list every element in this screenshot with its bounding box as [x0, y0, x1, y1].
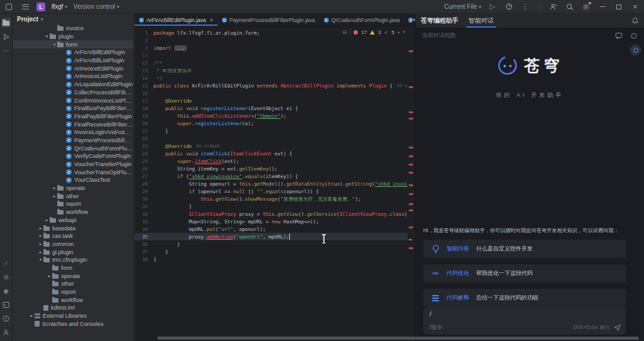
services-tool-icon[interactable]	[1, 327, 11, 337]
tree-item-invoice[interactable]: invoice	[13, 25, 133, 33]
code-line-25[interactable]: 25 super.itemClick(evt);	[135, 157, 408, 165]
tree-item-operate[interactable]: ▸operate	[13, 272, 133, 280]
code-line-17[interactable]: 17 @Override	[135, 97, 408, 104]
tree-item-kdtest-iml[interactable]: kdtest.iml	[13, 304, 133, 312]
error-stripe-mark[interactable]	[409, 50, 413, 52]
code-line-33[interactable]: 33 Map<String, String> mpURL = new HashM…	[135, 218, 408, 225]
code-line-28[interactable]: 28 String openurl = this.getModel().getD…	[135, 180, 408, 187]
code-line-2[interactable]: 2	[135, 36, 408, 44]
error-stripe-mark[interactable]	[409, 193, 413, 195]
project-avatar[interactable]: L	[36, 3, 45, 11]
tab-smart-chat[interactable]: 智能对话	[469, 14, 494, 28]
code-line-3[interactable]: 3import ...	[135, 44, 408, 52]
tree-item-form[interactable]: ▾form	[13, 40, 133, 48]
error-stripe-mark[interactable]	[409, 118, 413, 120]
code-line-23[interactable]: 23 @Override no usages	[135, 142, 408, 150]
error-stripe-mark[interactable]	[409, 164, 413, 165]
editor-tab-qrcodeauthformplugin-java[interactable]: CQrCodeAuthFormPlugin.java	[319, 14, 404, 26]
error-stripe-mark[interactable]	[409, 210, 413, 211]
code-line-12[interactable]: 12/**	[135, 59, 408, 67]
chevron-right-icon[interactable]: ▸	[47, 274, 52, 279]
tree-item-workflow[interactable]: workflow	[13, 208, 133, 216]
tree-item-gl-plugin[interactable]: ▸gl.plugin	[13, 248, 133, 256]
tree-item-basedata[interactable]: ▸basedata	[13, 224, 133, 232]
project-panel-header[interactable]: Project▾	[13, 14, 133, 25]
slash-command-label[interactable]: /指令	[430, 323, 443, 332]
error-stripe-mark[interactable]	[409, 226, 413, 228]
tree-item-form[interactable]: form	[13, 264, 133, 272]
code-line-13[interactable]: 13 * 申报发票操作	[135, 67, 408, 74]
tree-item-workflow[interactable]: workflow	[13, 296, 133, 304]
tree-item-paymentprocessbillfilterplugin[interactable]: CPaymentProcessBillFilterPlugin	[13, 137, 133, 145]
tree-item-confirminvoicelistplugin[interactable]: CConfirmInvoiceListPlugin	[13, 96, 133, 104]
code-line-30[interactable]: 30 this.getView().showMessage("发票链接为空，无法…	[135, 195, 408, 203]
new-chat-icon[interactable]	[615, 32, 623, 40]
caret-stripe-mark[interactable]	[409, 239, 412, 240]
chat-input[interactable]: / /指令 Shift+Enter 换行	[423, 307, 626, 335]
send-icon[interactable]	[614, 324, 621, 331]
highlight-level-icon[interactable]: ⊖	[342, 29, 347, 35]
error-stripe-mark[interactable]	[409, 247, 413, 249]
suggestion-card-1[interactable]: 智能问答什么是自定义控件开发	[423, 240, 626, 258]
tree-item-other[interactable]: other	[13, 280, 133, 288]
settings-icon[interactable]	[581, 2, 591, 12]
code-line-18[interactable]: 18 public void registerListener(EventObj…	[135, 104, 408, 112]
search-everywhere-icon[interactable]	[565, 2, 575, 12]
prev-problem-icon[interactable]: ▴	[397, 30, 400, 35]
tree-item-report[interactable]: report	[13, 288, 133, 296]
history-icon[interactable]	[630, 32, 638, 40]
error-stripe-mark[interactable]	[409, 111, 413, 113]
code-line-22[interactable]: 22	[135, 135, 408, 142]
chevron-right-icon[interactable]: ▸	[38, 250, 43, 255]
vcs-update-icon[interactable]: ✓	[1, 258, 11, 268]
tree-item-qrcodeauthformplugin[interactable]: CQrCodeAuthFormPlugin	[13, 144, 133, 152]
code-line-26[interactable]: 26 String itemKey = evt.getItemKey();	[135, 165, 408, 172]
tree-item-common[interactable]: ▸common	[13, 240, 133, 249]
code-line-35[interactable]: 35 proxy.addAction("openUrl", mpURL);	[135, 233, 408, 240]
error-stripe-mark[interactable]	[409, 184, 413, 186]
tree-item-report[interactable]: report	[13, 200, 133, 208]
code-line-37[interactable]: 37 }	[135, 248, 408, 255]
tree-item-vouchertransferplugin[interactable]: CVoucherTransferPlugin	[13, 160, 133, 169]
tree-item-arinvoiceeditplugin[interactable]: CArInvoiceEditPlugin	[13, 64, 133, 72]
chevron-right-icon[interactable]: ▸	[38, 226, 43, 231]
window-icon[interactable]	[4, 2, 14, 12]
code-line-21[interactable]: 21 }	[135, 127, 408, 135]
tree-item-scratches-and-consoles[interactable]: Scratches and Consoles	[13, 320, 133, 328]
code-line-19[interactable]: 19 this.addItemClickListeners("tbmain");	[135, 112, 408, 120]
problems-tool-icon[interactable]: ⊖	[1, 272, 11, 282]
editor-tab-paymentprocessbillfilterplugin-java[interactable]: CPaymentProcessBillFilterPlugin.java	[218, 14, 319, 26]
tree-item-vouchertransoptplugin[interactable]: CVoucherTransOptPlugin	[13, 168, 133, 176]
tree-item-arinvoicelistplugin[interactable]: CArInvoiceListPlugin	[13, 72, 133, 81]
tree-item-external-libraries[interactable]: ▸External Libraries	[13, 312, 133, 320]
chevron-right-icon[interactable]: ▸	[38, 242, 43, 247]
error-stripe-mark[interactable]	[409, 147, 413, 148]
code-line-34[interactable]: 34 mpURL.put("url", openurl);	[135, 225, 408, 233]
code-line-24[interactable]: 24 public void itemClick(ItemClickEvent …	[135, 150, 408, 157]
profiler-icon[interactable]	[504, 2, 514, 12]
tree-item-tmc-cfmplugin[interactable]: ▾tmc.cfmplugin	[13, 256, 133, 264]
tree-item-arliquidationeditplugin[interactable]: CArLiquidationEditPlugin	[13, 81, 133, 89]
tree-item-cas-task[interactable]: ▸cas.task	[13, 232, 133, 240]
error-stripe-scrollbar[interactable]	[409, 27, 414, 335]
code-line-27[interactable]: 27 if ("shkd_viewinvoice".equals(itemKey…	[135, 172, 408, 180]
next-problem-icon[interactable]: ▾	[402, 30, 405, 35]
minimize-icon[interactable]	[597, 2, 608, 12]
error-stripe-mark[interactable]	[409, 172, 413, 174]
more-actions-icon[interactable]: ⋮	[520, 2, 530, 12]
suggestion-card-3[interactable]: 代码解释总结一下这段代码的功能	[423, 289, 626, 307]
tree-item-arfirarbilleditplugin[interactable]: CArFirArBillEditPlugin	[13, 48, 133, 57]
vcs-widget[interactable]: Version control▾	[74, 3, 119, 10]
tree-item-finalreceivebillfilterplugin[interactable]: CFinalReceiveBillFilterPlugin	[13, 120, 133, 128]
refresh-context-button[interactable]	[630, 45, 641, 55]
chevron-down-icon[interactable]: ▾	[38, 257, 43, 262]
editor-tab-arfirarbilleditplugin-java[interactable]: CArFirArBillEditPlugin.java×	[135, 14, 218, 26]
code-line-15[interactable]: 15public class ArFirArBillEditPlugin ext…	[135, 82, 408, 89]
chevron-down-icon[interactable]: ▾	[52, 42, 57, 47]
code-editor[interactable]: 1package lfx.lfxgf.fi.ar.plugin.form;23i…	[135, 27, 408, 335]
tree-item-webapi[interactable]: ▸webapi	[13, 216, 133, 225]
error-stripe-mark[interactable]	[409, 86, 413, 88]
debug-tool-icon[interactable]: ◉	[1, 286, 11, 296]
horizontal-scrollbar[interactable]	[157, 337, 639, 340]
project-selector[interactable]: lfxgf▾	[52, 3, 67, 10]
